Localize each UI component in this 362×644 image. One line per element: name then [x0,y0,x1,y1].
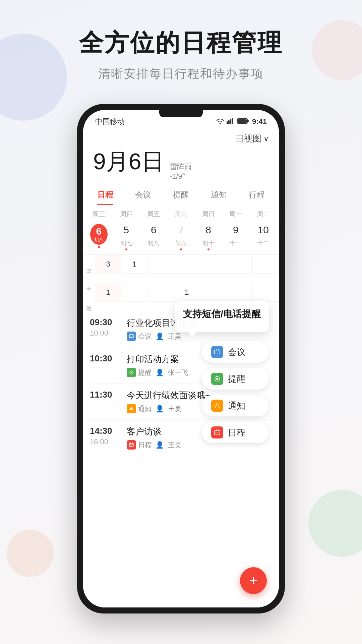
svg-rect-26 [218,429,219,431]
time-column: 上午 下午 晚上 [83,255,95,311]
week-days-header: 周三 周四 周五 周六 周日 周一 周二 [83,209,279,220]
phone-mockup: 中国移动 9:41 [77,104,285,613]
schedule-btn-icon [211,426,223,438]
phone-notch [159,110,203,117]
action-btn-meeting-label: 会议 [228,346,245,358]
action-btn-reminder-label: 提醒 [228,373,245,385]
meta-1: 会议 👤 王昊 [127,332,272,341]
start-time-4: 14:30 [90,426,120,436]
time-col-1: 09:30 10:00 [90,317,120,338]
svg-rect-7 [129,335,133,338]
day-label-fri: 周五 [140,209,167,220]
svg-rect-3 [232,118,233,124]
svg-rect-23 [215,430,220,435]
meeting-icon-1 [127,332,136,341]
svg-rect-1 [228,120,230,124]
day-label-thu: 周四 [113,209,140,220]
grid-cell-r1c6 [226,255,252,274]
grid-cell-r2c7 [253,283,279,302]
phone-outer: 中国移动 9:41 [77,104,285,613]
date-cell-5[interactable]: 5 初七 [113,221,140,251]
action-btn-notice[interactable]: 通知 [202,395,269,416]
grid-cell-r1c3 [148,255,174,274]
tab-schedule[interactable]: 日程 [86,185,124,205]
tab-notice[interactable]: 通知 [200,185,238,205]
action-btn-schedule[interactable]: 日程 [202,422,269,443]
svg-rect-25 [216,429,217,431]
time-evening: 晚上 [83,292,95,311]
tooltip-text: 支持短信/电话提醒 [183,308,261,320]
time-afternoon: 下午 [83,274,95,292]
svg-rect-5 [247,120,249,122]
svg-rect-18 [215,350,220,354]
svg-rect-8 [130,334,131,335]
tab-reminder[interactable]: 提醒 [162,185,200,205]
time-col-4: 14:30 16:00 [90,426,120,446]
date-cell-6-active[interactable]: 6 初八 [85,224,113,249]
person-name-1: 王昊 [168,332,181,341]
person-icon-2: 👤 [156,368,164,376]
svg-rect-2 [230,119,231,124]
start-time-3: 11:30 [90,390,120,400]
day-label-wed: 周三 [85,209,113,220]
tabs-bar: 日程 会议 提醒 通知 行程 [83,185,279,205]
start-time-2: 10:30 [90,353,120,364]
date-cell-6b[interactable]: 6 初八 [140,221,167,251]
schedule-icon-4 [127,440,136,450]
fab-icon: + [249,573,257,588]
grid-cell-r1c4 [174,255,200,274]
grid-cell-r2c4: 1 [174,283,200,302]
grid-cell-r2c1: 1 [95,283,121,302]
tab-meeting[interactable]: 会议 [124,185,162,205]
notice-btn-icon [211,400,223,412]
view-switcher[interactable]: 日视图 ∨ [235,133,269,144]
type-label-1: 会议 [138,332,152,341]
meeting-btn-icon [211,346,223,358]
grid-cell-r1c1: 3 [95,255,121,274]
floating-tooltip: 支持短信/电话提醒 [175,301,269,332]
weather-temp: -1/9° [170,172,192,181]
week-calendar: 周三 周四 周五 周六 周日 周一 周二 6 初八 [83,205,279,252]
grid-cell-r2c3 [148,283,174,302]
dot-thu [125,248,127,250]
date-display: 9月6日 [93,147,164,177]
status-time: 9:41 [252,117,267,126]
carrier-label: 中国移动 [95,117,125,127]
person-name-3: 王昊 [168,404,181,413]
svg-point-22 [216,378,218,380]
date-cell-8[interactable]: 8 初十 [195,221,222,251]
grid-cell-r2c5 [200,283,226,302]
action-buttons: 会议 提醒 通知 [202,341,269,443]
person-icon-1: 👤 [156,332,164,340]
person-icon-3: 👤 [156,405,164,413]
svg-point-11 [131,372,132,373]
type-label-2: 提醒 [138,368,152,377]
app-content: 日视图 ∨ 9月6日 雷阵雨 -1/9° 日程 [83,130,279,607]
day-label-sat: 周六 [167,209,195,220]
weather-condition: 雷阵雨 [170,162,192,172]
person-name-2: 张一飞 [168,368,188,377]
action-btn-meeting[interactable]: 会议 [202,341,269,363]
main-title: 全方位的日程管理 [0,27,362,59]
time-morning: 上午 [83,255,95,274]
svg-rect-20 [218,349,219,351]
day-label-sun: 周日 [195,209,222,220]
day-label-tue: 周二 [249,209,277,220]
person-icon-4: 👤 [156,441,164,449]
date-cell-9[interactable]: 9 十一 [222,221,250,251]
action-btn-reminder[interactable]: 提醒 [202,368,269,390]
tooltip-arrow [188,332,196,337]
svg-point-12 [131,409,132,410]
grid-cell-r2c2 [121,283,147,302]
type-badge-2: 提醒 [127,368,152,377]
fab-add-button[interactable]: + [240,567,267,594]
date-header: 9月6日 雷阵雨 -1/9° [83,144,279,185]
time-col-2: 10:30 [90,353,120,364]
phone-screen: 中国移动 9:41 [83,110,279,607]
tab-trip[interactable]: 行程 [238,185,276,205]
type-label-3: 通知 [138,404,152,413]
date-cell-7[interactable]: 7 初九 [167,221,195,251]
wifi-icon [217,118,224,126]
action-btn-notice-label: 通知 [228,400,245,412]
date-cell-10[interactable]: 10 十二 [249,221,277,251]
